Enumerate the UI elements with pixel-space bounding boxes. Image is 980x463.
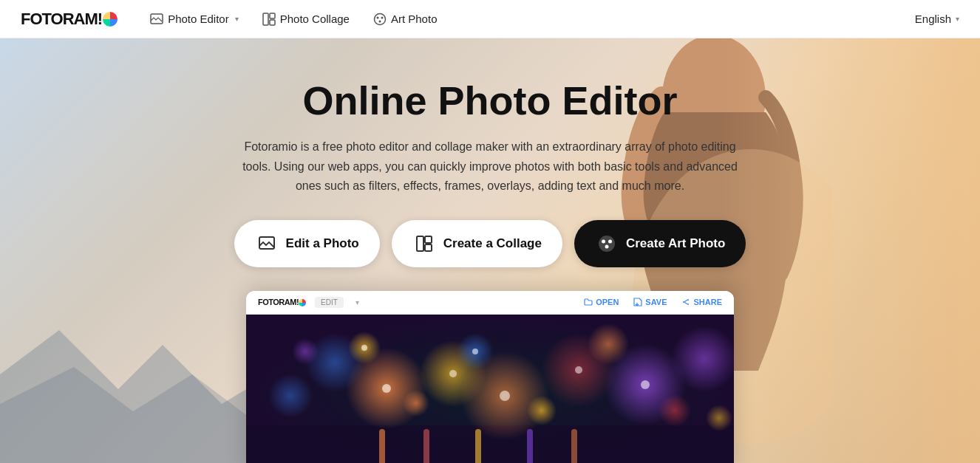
- svg-rect-20: [379, 429, 385, 463]
- svg-rect-11: [417, 236, 423, 251]
- editor-save-label: SAVE: [645, 298, 667, 306]
- photo-editor-chevron-icon: ▾: [235, 15, 239, 23]
- hero-section: Online Photo Editor Fotoramio is a free …: [0, 38, 980, 463]
- create-art-icon: [595, 232, 619, 255]
- nav-art-photo[interactable]: Art Photo: [364, 8, 446, 30]
- photo-editor-icon: [150, 13, 163, 26]
- svg-point-43: [500, 391, 510, 401]
- editor-dropdown-icon: ▾: [355, 298, 359, 306]
- language-chevron-icon: ▾: [956, 15, 959, 23]
- hero-title: Online Photo Editor: [157, 79, 823, 123]
- edit-photo-button[interactable]: Edit a Photo: [234, 220, 380, 267]
- nav-links: Photo Editor ▾ Photo Collage: [141, 8, 891, 30]
- nav-art-photo-label: Art Photo: [391, 13, 438, 25]
- svg-point-38: [268, 374, 313, 418]
- editor-topbar: FOTORAM! EDIT ▾ OPEN SAVE SHARE: [246, 291, 734, 315]
- svg-point-4: [374, 13, 385, 24]
- svg-point-36: [588, 323, 629, 365]
- create-art-label: Create Art Photo: [626, 236, 725, 251]
- editor-nav-links: OPEN SAVE SHARE: [584, 298, 722, 306]
- svg-point-37: [659, 394, 691, 427]
- language-label: English: [915, 13, 951, 25]
- create-collage-icon: [412, 232, 436, 255]
- hero-content: Online Photo Editor Fotoramio is a free …: [157, 38, 823, 463]
- photo-collage-icon: [262, 13, 276, 26]
- logo-text: FOTORAM!: [21, 10, 102, 29]
- edit-photo-icon: [255, 232, 279, 255]
- svg-point-40: [706, 405, 732, 431]
- editor-open-label: OPEN: [596, 298, 619, 306]
- svg-point-5: [376, 16, 378, 18]
- svg-point-39: [292, 338, 319, 365]
- svg-point-44: [575, 366, 582, 374]
- art-photo-icon: [373, 13, 387, 26]
- svg-rect-1: [263, 13, 268, 25]
- svg-rect-13: [425, 244, 432, 251]
- editor-share-label: SHARE: [693, 298, 722, 306]
- create-art-button[interactable]: Create Art Photo: [574, 220, 746, 267]
- create-collage-button[interactable]: Create a Collage: [392, 220, 562, 267]
- nav-photo-collage-label: Photo Collage: [280, 13, 350, 25]
- svg-point-14: [599, 236, 615, 252]
- edit-photo-label: Edit a Photo: [286, 236, 359, 251]
- cta-buttons: Edit a Photo Create a Collage: [157, 220, 823, 267]
- language-selector[interactable]: English ▾: [915, 13, 959, 25]
- svg-rect-22: [475, 429, 481, 463]
- svg-point-16: [608, 239, 612, 243]
- svg-rect-2: [270, 13, 275, 18]
- editor-open-link[interactable]: OPEN: [584, 298, 619, 306]
- svg-rect-24: [571, 429, 577, 463]
- editor-save-link[interactable]: SAVE: [633, 298, 667, 306]
- svg-point-42: [449, 370, 457, 377]
- editor-edit-button[interactable]: EDIT: [315, 297, 344, 308]
- nav-photo-editor-label: Photo Editor: [168, 13, 229, 25]
- svg-rect-3: [270, 20, 275, 25]
- nav-photo-collage[interactable]: Photo Collage: [253, 8, 358, 30]
- hero-subtitle: Fotoramio is a free photo editor and col…: [239, 137, 741, 196]
- svg-point-17: [605, 244, 608, 248]
- svg-point-15: [602, 239, 605, 243]
- navbar: FOTORAM! Photo Editor ▾ Photo Collage: [0, 0, 980, 38]
- svg-point-45: [641, 380, 650, 389]
- svg-rect-12: [425, 236, 432, 243]
- logo-circle-icon: [103, 12, 118, 27]
- svg-point-7: [378, 20, 381, 22]
- editor-logo: FOTORAM!: [258, 298, 306, 306]
- svg-point-33: [403, 390, 429, 416]
- logo[interactable]: FOTORAM!: [21, 10, 118, 29]
- svg-point-35: [527, 396, 557, 425]
- svg-point-46: [361, 345, 367, 351]
- editor-preview: FOTORAM! EDIT ▾ OPEN SAVE SHARE: [246, 291, 734, 463]
- svg-rect-23: [527, 429, 533, 463]
- editor-share-link[interactable]: SHARE: [681, 298, 722, 306]
- editor-image-area: [246, 315, 734, 463]
- create-collage-label: Create a Collage: [443, 236, 542, 251]
- svg-point-41: [382, 384, 391, 393]
- svg-rect-21: [423, 429, 429, 463]
- nav-photo-editor[interactable]: Photo Editor ▾: [141, 8, 248, 30]
- svg-point-47: [472, 349, 478, 354]
- svg-point-6: [381, 16, 383, 18]
